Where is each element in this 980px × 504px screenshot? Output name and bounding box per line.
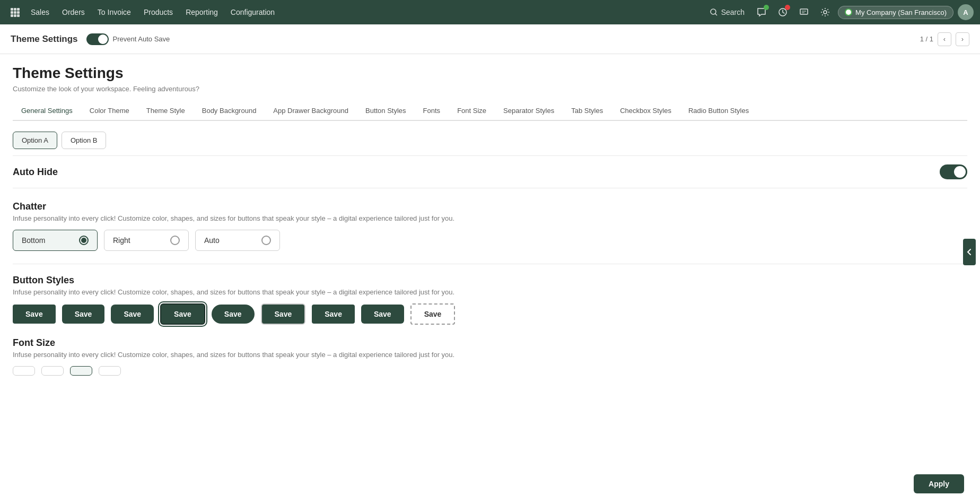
button-styles-section: Button Styles Infuse personality into ev…: [13, 275, 967, 325]
nav-configuration[interactable]: Configuration: [225, 5, 280, 20]
user-avatar[interactable]: A: [958, 4, 974, 20]
button-styles-description: Infuse personality into every click! Cus…: [13, 288, 967, 296]
svg-rect-4: [14, 11, 16, 14]
scroll-item-1[interactable]: Option A: [13, 132, 57, 149]
button-style-3[interactable]: Save: [111, 305, 154, 324]
button-style-9[interactable]: Save: [410, 303, 456, 325]
divider-1: [13, 264, 967, 264]
tab-color-theme[interactable]: Color Theme: [81, 101, 138, 121]
clock-badge: [785, 5, 790, 10]
pagination: 1 / 1 ‹ ›: [920, 32, 969, 46]
page-title: Theme Settings: [13, 65, 967, 82]
chatter-radio-auto: [261, 236, 271, 245]
tab-separator-styles[interactable]: Separator Styles: [495, 101, 563, 121]
tab-fonts[interactable]: Fonts: [415, 101, 449, 121]
collapse-sidebar-button[interactable]: [963, 239, 976, 265]
font-size-option-3[interactable]: [70, 366, 92, 376]
tab-theme-style[interactable]: Theme Style: [138, 101, 194, 121]
auto-hide-toggle[interactable]: [940, 164, 967, 179]
subheader-title: Theme Settings: [11, 34, 78, 45]
svg-rect-8: [17, 14, 20, 17]
subheader: Theme Settings Prevent Auto Save 1 / 1 ‹…: [0, 24, 980, 54]
next-page-button[interactable]: ›: [956, 32, 969, 46]
button-style-1[interactable]: Save: [13, 305, 56, 324]
chatter-radio-right: [170, 236, 180, 245]
chatter-description: Infuse personality into every click! Cus…: [13, 214, 967, 222]
svg-rect-3: [11, 11, 13, 14]
nav-reporting[interactable]: Reporting: [180, 5, 223, 20]
chatter-option-bottom[interactable]: Bottom: [13, 230, 98, 251]
chatter-options: Bottom Right Auto: [13, 230, 967, 251]
tab-button-styles[interactable]: Button Styles: [357, 101, 415, 121]
button-styles-title: Button Styles: [13, 275, 967, 286]
svg-point-13: [824, 11, 827, 14]
svg-line-10: [715, 14, 717, 16]
nav-sales[interactable]: Sales: [25, 5, 55, 20]
chatter-option-right-label: Right: [113, 236, 130, 245]
tab-app-drawer-background[interactable]: App Drawer Background: [265, 101, 357, 121]
svg-rect-6: [11, 14, 13, 17]
chatter-option-right[interactable]: Right: [104, 230, 189, 251]
tab-body-background[interactable]: Body Background: [194, 101, 265, 121]
chatter-radio-bottom: [79, 236, 89, 245]
chatter-section: Chatter Infuse personality into every cl…: [13, 201, 967, 251]
font-size-section: Font Size Infuse personality into every …: [13, 337, 967, 376]
page-subtitle: Customize the look of your workspace. Fe…: [13, 85, 967, 93]
tab-tab-styles[interactable]: Tab Styles: [563, 101, 611, 121]
button-style-2[interactable]: Save: [62, 305, 105, 324]
font-size-option-1[interactable]: [13, 366, 35, 376]
button-style-8[interactable]: Save: [361, 305, 404, 324]
chatter-option-bottom-label: Bottom: [22, 236, 45, 245]
scroll-options-partial: Option A Option B: [13, 132, 967, 149]
pagination-text: 1 / 1: [920, 35, 933, 43]
font-size-option-4[interactable]: [99, 366, 121, 376]
auto-hide-label: Auto Hide: [13, 167, 58, 178]
svg-rect-5: [17, 11, 20, 14]
auto-hide-row: Auto Hide: [13, 155, 967, 188]
svg-point-14: [845, 9, 852, 15]
nav-products[interactable]: Products: [138, 5, 178, 20]
font-size-title: Font Size: [13, 337, 967, 349]
search-label: Search: [721, 8, 745, 16]
prev-page-button[interactable]: ‹: [938, 32, 951, 46]
svg-rect-0: [11, 8, 13, 11]
svg-rect-2: [17, 8, 20, 11]
svg-rect-12: [800, 9, 808, 14]
prevent-auto-save-label: Prevent Auto Save: [113, 35, 170, 43]
button-style-4[interactable]: Save: [160, 303, 205, 325]
button-styles-options: Save Save Save Save Save Save Save Save …: [13, 303, 967, 325]
settings-icon[interactable]: [817, 4, 834, 21]
button-style-5[interactable]: Save: [212, 305, 255, 324]
svg-rect-7: [14, 14, 16, 17]
prevent-auto-save-toggle[interactable]: [86, 33, 109, 45]
button-style-7[interactable]: Save: [312, 305, 355, 324]
font-size-description: Infuse personality into every click! Cus…: [13, 351, 967, 359]
font-size-options: [13, 366, 967, 376]
tab-radio-button-styles[interactable]: Radio Button Styles: [680, 101, 757, 121]
messages-icon[interactable]: [795, 4, 812, 21]
tab-checkbox-styles[interactable]: Checkbox Styles: [611, 101, 680, 121]
chatter-option-auto-label: Auto: [204, 236, 220, 245]
tab-font-size[interactable]: Font Size: [449, 101, 495, 121]
company-button[interactable]: My Company (San Francisco): [838, 6, 953, 19]
chat-badge: [764, 5, 769, 10]
prevent-auto-save-toggle-container: Prevent Auto Save: [86, 33, 170, 45]
company-label: My Company (San Francisco): [855, 8, 947, 16]
chatter-title: Chatter: [13, 201, 967, 212]
tab-general-settings[interactable]: General Settings: [13, 101, 81, 121]
search-button[interactable]: Search: [705, 6, 749, 19]
nav-orders[interactable]: Orders: [57, 5, 90, 20]
apps-grid-icon[interactable]: [6, 4, 23, 21]
chat-icon[interactable]: [753, 4, 770, 21]
tabs-bar: General Settings Color Theme Theme Style…: [13, 101, 967, 121]
scroll-item-2[interactable]: Option B: [62, 132, 107, 149]
clock-icon[interactable]: [774, 4, 791, 21]
button-style-6[interactable]: Save: [261, 303, 306, 325]
main-content: Theme Settings Customize the look of you…: [0, 54, 980, 399]
nav-to-invoice[interactable]: To Invoice: [92, 5, 136, 20]
font-size-option-2[interactable]: [41, 366, 64, 376]
chatter-option-auto[interactable]: Auto: [195, 230, 280, 251]
top-navigation: Sales Orders To Invoice Products Reporti…: [0, 0, 980, 24]
svg-rect-1: [14, 8, 16, 11]
